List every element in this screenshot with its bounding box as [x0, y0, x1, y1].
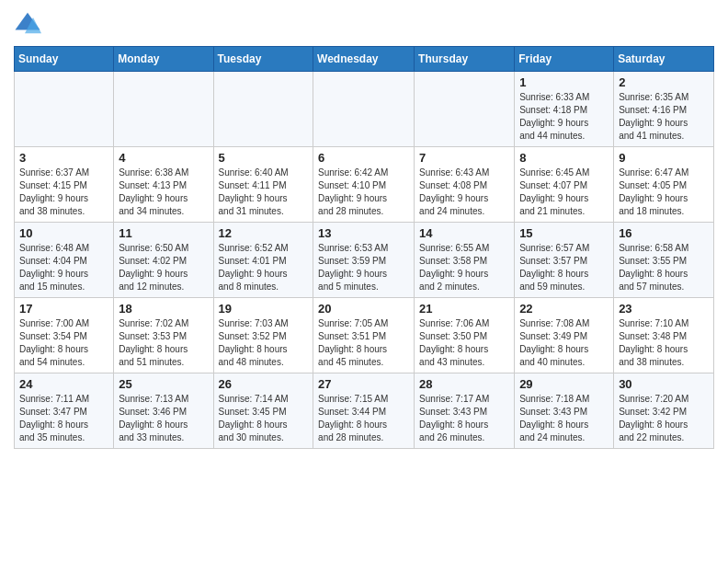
- day-info: Sunrise: 6:40 AM Sunset: 4:11 PM Dayligh…: [219, 167, 309, 218]
- calendar-cell: 13Sunrise: 6:53 AM Sunset: 3:59 PM Dayli…: [313, 223, 415, 298]
- day-info: Sunrise: 7:14 AM Sunset: 3:45 PM Dayligh…: [219, 393, 309, 444]
- calendar-cell: 29Sunrise: 7:18 AM Sunset: 3:43 PM Dayli…: [515, 373, 614, 449]
- calendar-cell: 12Sunrise: 6:52 AM Sunset: 4:01 PM Dayli…: [213, 223, 313, 298]
- day-number: 14: [419, 226, 509, 240]
- calendar-cell: 11Sunrise: 6:50 AM Sunset: 4:02 PM Dayli…: [114, 223, 213, 298]
- calendar-cell: 23Sunrise: 7:10 AM Sunset: 3:48 PM Dayli…: [614, 298, 714, 373]
- header-saturday: Saturday: [614, 47, 714, 72]
- day-info: Sunrise: 7:08 AM Sunset: 3:49 PM Dayligh…: [519, 317, 609, 369]
- day-number: 23: [619, 302, 709, 316]
- calendar-cell: 30Sunrise: 7:20 AM Sunset: 3:42 PM Dayli…: [614, 373, 714, 449]
- day-number: 19: [219, 302, 309, 316]
- day-info: Sunrise: 6:37 AM Sunset: 4:15 PM Dayligh…: [19, 167, 108, 218]
- header-sunday: Sunday: [15, 47, 114, 72]
- day-info: Sunrise: 7:05 AM Sunset: 3:51 PM Dayligh…: [318, 317, 409, 369]
- header-row: SundayMondayTuesdayWednesdayThursdayFrid…: [15, 47, 714, 72]
- calendar-cell: 10Sunrise: 6:48 AM Sunset: 4:04 PM Dayli…: [15, 223, 114, 298]
- day-info: Sunrise: 6:48 AM Sunset: 4:04 PM Dayligh…: [19, 242, 108, 293]
- calendar-cell: 19Sunrise: 7:03 AM Sunset: 3:52 PM Dayli…: [213, 298, 313, 373]
- day-number: 15: [519, 226, 609, 240]
- day-number: 16: [619, 226, 709, 240]
- day-info: Sunrise: 6:58 AM Sunset: 3:55 PM Dayligh…: [619, 242, 709, 293]
- day-number: 8: [519, 151, 609, 165]
- day-number: 10: [19, 226, 108, 240]
- header-monday: Monday: [114, 47, 213, 72]
- calendar-cell: [313, 72, 415, 147]
- day-info: Sunrise: 7:20 AM Sunset: 3:42 PM Dayligh…: [619, 393, 709, 444]
- day-number: 4: [119, 151, 208, 165]
- day-info: Sunrise: 6:35 AM Sunset: 4:16 PM Dayligh…: [619, 91, 709, 143]
- calendar-cell: [15, 72, 114, 147]
- day-info: Sunrise: 7:18 AM Sunset: 3:43 PM Dayligh…: [519, 393, 609, 444]
- logo-icon: [14, 9, 41, 37]
- calendar-body: 1Sunrise: 6:33 AM Sunset: 4:18 PM Daylig…: [15, 72, 714, 449]
- calendar-cell: [114, 72, 213, 147]
- calendar-cell: 1Sunrise: 6:33 AM Sunset: 4:18 PM Daylig…: [515, 72, 614, 147]
- day-info: Sunrise: 7:02 AM Sunset: 3:53 PM Dayligh…: [119, 317, 208, 369]
- header-tuesday: Tuesday: [213, 47, 313, 72]
- day-number: 21: [419, 302, 509, 316]
- day-number: 2: [619, 75, 709, 89]
- day-number: 25: [119, 377, 208, 391]
- week-row-4: 17Sunrise: 7:00 AM Sunset: 3:54 PM Dayli…: [15, 298, 714, 373]
- calendar-cell: 20Sunrise: 7:05 AM Sunset: 3:51 PM Dayli…: [313, 298, 415, 373]
- calendar-cell: 22Sunrise: 7:08 AM Sunset: 3:49 PM Dayli…: [515, 298, 614, 373]
- day-info: Sunrise: 6:53 AM Sunset: 3:59 PM Dayligh…: [318, 242, 409, 293]
- day-info: Sunrise: 6:57 AM Sunset: 3:57 PM Dayligh…: [519, 242, 609, 293]
- header-thursday: Thursday: [415, 47, 515, 72]
- day-info: Sunrise: 6:33 AM Sunset: 4:18 PM Dayligh…: [519, 91, 609, 143]
- day-number: 9: [619, 151, 709, 165]
- day-number: 29: [519, 377, 609, 391]
- day-info: Sunrise: 7:06 AM Sunset: 3:50 PM Dayligh…: [419, 317, 509, 369]
- calendar-cell: [213, 72, 313, 147]
- calendar-cell: 16Sunrise: 6:58 AM Sunset: 3:55 PM Dayli…: [614, 223, 714, 298]
- day-number: 3: [19, 151, 108, 165]
- day-number: 17: [19, 302, 108, 316]
- calendar-cell: 7Sunrise: 6:43 AM Sunset: 4:08 PM Daylig…: [415, 147, 515, 223]
- day-info: Sunrise: 6:55 AM Sunset: 3:58 PM Dayligh…: [419, 242, 509, 293]
- calendar-cell: 24Sunrise: 7:11 AM Sunset: 3:47 PM Dayli…: [15, 373, 114, 449]
- logo: [14, 9, 45, 37]
- calendar-cell: 6Sunrise: 6:42 AM Sunset: 4:10 PM Daylig…: [313, 147, 415, 223]
- day-number: 30: [619, 377, 709, 391]
- day-info: Sunrise: 6:50 AM Sunset: 4:02 PM Dayligh…: [119, 242, 208, 293]
- calendar-cell: 28Sunrise: 7:17 AM Sunset: 3:43 PM Dayli…: [415, 373, 515, 449]
- week-row-3: 10Sunrise: 6:48 AM Sunset: 4:04 PM Dayli…: [15, 223, 714, 298]
- calendar-cell: 5Sunrise: 6:40 AM Sunset: 4:11 PM Daylig…: [213, 147, 313, 223]
- calendar-cell: 9Sunrise: 6:47 AM Sunset: 4:05 PM Daylig…: [614, 147, 714, 223]
- header-friday: Friday: [515, 47, 614, 72]
- day-number: 11: [119, 226, 208, 240]
- day-info: Sunrise: 6:47 AM Sunset: 4:05 PM Dayligh…: [619, 167, 709, 218]
- day-info: Sunrise: 7:11 AM Sunset: 3:47 PM Dayligh…: [19, 393, 108, 444]
- week-row-5: 24Sunrise: 7:11 AM Sunset: 3:47 PM Dayli…: [15, 373, 714, 449]
- calendar-cell: 15Sunrise: 6:57 AM Sunset: 3:57 PM Dayli…: [515, 223, 614, 298]
- calendar-cell: 21Sunrise: 7:06 AM Sunset: 3:50 PM Dayli…: [415, 298, 515, 373]
- day-number: 28: [419, 377, 509, 391]
- day-info: Sunrise: 7:15 AM Sunset: 3:44 PM Dayligh…: [318, 393, 409, 444]
- day-number: 18: [119, 302, 208, 316]
- calendar-cell: 14Sunrise: 6:55 AM Sunset: 3:58 PM Dayli…: [415, 223, 515, 298]
- calendar-cell: 25Sunrise: 7:13 AM Sunset: 3:46 PM Dayli…: [114, 373, 213, 449]
- calendar-cell: 27Sunrise: 7:15 AM Sunset: 3:44 PM Dayli…: [313, 373, 415, 449]
- calendar-cell: 17Sunrise: 7:00 AM Sunset: 3:54 PM Dayli…: [15, 298, 114, 373]
- day-info: Sunrise: 6:42 AM Sunset: 4:10 PM Dayligh…: [318, 167, 409, 218]
- day-number: 22: [519, 302, 609, 316]
- day-number: 1: [519, 75, 609, 89]
- day-number: 6: [318, 151, 409, 165]
- header-wednesday: Wednesday: [313, 47, 415, 72]
- calendar-cell: 8Sunrise: 6:45 AM Sunset: 4:07 PM Daylig…: [515, 147, 614, 223]
- day-number: 7: [419, 151, 509, 165]
- calendar-cell: 18Sunrise: 7:02 AM Sunset: 3:53 PM Dayli…: [114, 298, 213, 373]
- day-number: 26: [219, 377, 309, 391]
- day-number: 13: [318, 226, 409, 240]
- day-info: Sunrise: 7:13 AM Sunset: 3:46 PM Dayligh…: [119, 393, 208, 444]
- day-number: 20: [318, 302, 409, 316]
- calendar-cell: [415, 72, 515, 147]
- day-info: Sunrise: 6:52 AM Sunset: 4:01 PM Dayligh…: [219, 242, 309, 293]
- calendar-cell: 2Sunrise: 6:35 AM Sunset: 4:16 PM Daylig…: [614, 72, 714, 147]
- day-number: 12: [219, 226, 309, 240]
- calendar: SundayMondayTuesdayWednesdayThursdayFrid…: [14, 46, 714, 449]
- calendar-cell: 26Sunrise: 7:14 AM Sunset: 3:45 PM Dayli…: [213, 373, 313, 449]
- day-number: 5: [219, 151, 309, 165]
- day-info: Sunrise: 7:10 AM Sunset: 3:48 PM Dayligh…: [619, 317, 709, 369]
